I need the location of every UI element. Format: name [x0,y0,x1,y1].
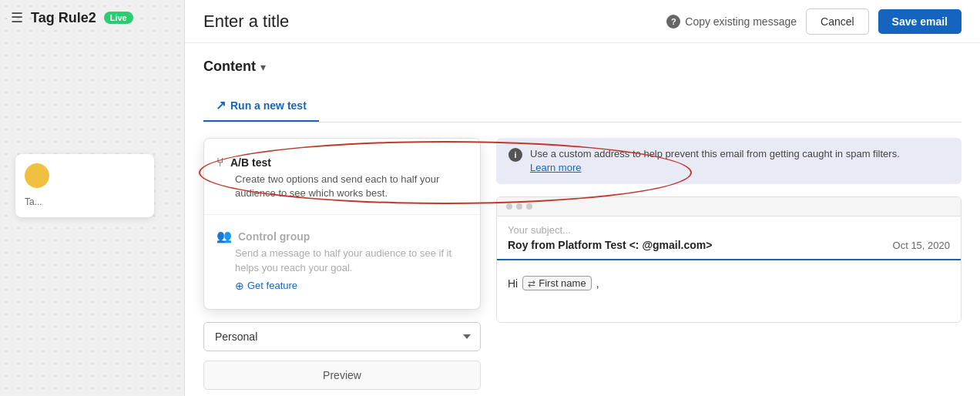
save-email-button[interactable]: Save email [878,9,962,34]
top-bar-actions: ? Copy existing message Cancel Save emai… [666,8,962,35]
right-column: i Use a custom address to help prevent t… [496,138,962,390]
email-subject-placeholder: Your subject... [508,224,950,236]
control-group-header: 👥 Control group [216,229,468,243]
dot-2 [516,203,522,210]
tag-arrows-icon: ⇄ [528,278,535,289]
email-sender: Roy from Platform Test <: @gmail.com> [508,239,712,251]
email-greeting: Hi ⇄ First name , [508,276,950,290]
dropdown-divider [204,214,480,215]
first-name-tag[interactable]: ⇄ First name [522,276,591,290]
content-section-title: Content [203,59,256,75]
test-type-dropdown: ⑂ A/B test Create two options and send e… [203,138,481,310]
two-col-layout: ⑂ A/B test Create two options and send e… [203,138,962,390]
email-body: Hi ⇄ First name , [497,260,961,322]
email-dots [497,197,961,216]
info-icon: i [508,148,522,162]
ab-test-header: ⑂ A/B test [216,156,468,169]
sidebar-title: Tag Rule2 [31,10,96,26]
sender-name: Roy from Platform Test <: [508,239,639,251]
tabs: ↗ Run a new test [203,90,962,122]
info-banner: i Use a custom address to help prevent t… [496,138,962,184]
content-header: Content ▾ [203,59,962,75]
chevron-down-icon[interactable]: ▾ [260,61,266,73]
tab-run-new-test[interactable]: ↗ Run a new test [203,90,319,122]
hamburger-icon[interactable]: ☰ [11,9,23,26]
cancel-button[interactable]: Cancel [806,8,869,35]
live-badge: Live [104,12,133,24]
preview-button[interactable]: Preview [203,361,481,390]
dot-1 [506,203,512,210]
control-group-option: 👥 Control group Send a message to half y… [204,218,480,302]
content-area: Content ▾ ↗ Run a new test [185,43,980,396]
sidebar-topbar: ☰ Tag Rule2 Live [0,0,184,35]
control-group-desc: Send a message to half your audience to … [216,247,468,274]
info-text: Use a custom address to help prevent thi… [530,147,900,175]
help-icon: ? [666,15,680,29]
top-bar: Enter a title ? Copy existing message Ca… [185,0,980,43]
sidebar: ☰ Tag Rule2 Live Ta... [0,0,185,396]
ab-test-option[interactable]: ⑂ A/B test Create two options and send e… [204,145,480,211]
copy-existing-label: Copy existing message [685,15,797,28]
get-feature-button[interactable]: ⊕ Get feature [216,280,468,292]
ab-test-title: A/B test [230,156,271,169]
dot-3 [526,203,532,210]
sender-email: @gmail.com> [642,239,712,251]
learn-more-link[interactable]: Learn more [530,162,581,173]
page-title: Enter a title [203,12,289,32]
first-name-label: First name [539,277,586,289]
email-sender-row: Roy from Platform Test <: @gmail.com> Oc… [508,239,950,251]
ab-icon: ⑂ [216,156,224,169]
control-group-icon: 👥 [216,229,232,243]
greeting-comma: , [596,277,599,290]
ab-test-desc: Create two options and send each to half… [216,173,468,200]
info-message: Use a custom address to help prevent thi… [530,148,900,159]
main-area: Enter a title ? Copy existing message Ca… [185,0,980,396]
tab-label: Run a new test [230,99,307,112]
test-icon: ↗ [216,98,226,112]
greeting-text: Hi [508,277,518,290]
sidebar-card-avatar [25,163,49,188]
email-date: Oct 15, 2020 [893,240,950,251]
plus-circle-icon: ⊕ [235,280,244,292]
email-subject-row: Your subject... Roy from Platform Test <… [497,216,961,260]
sidebar-card-label: Ta... [25,196,42,207]
personalization-select[interactable]: Personal [203,322,481,351]
get-feature-label: Get feature [247,280,297,291]
sidebar-card: Ta... [15,154,154,217]
control-group-title: Control group [238,230,310,243]
email-preview-card: Your subject... Roy from Platform Test <… [496,196,962,323]
left-column: ⑂ A/B test Create two options and send e… [203,138,481,390]
dropdown-wrapper: ⑂ A/B test Create two options and send e… [203,138,481,310]
copy-existing-button[interactable]: ? Copy existing message [666,15,797,29]
